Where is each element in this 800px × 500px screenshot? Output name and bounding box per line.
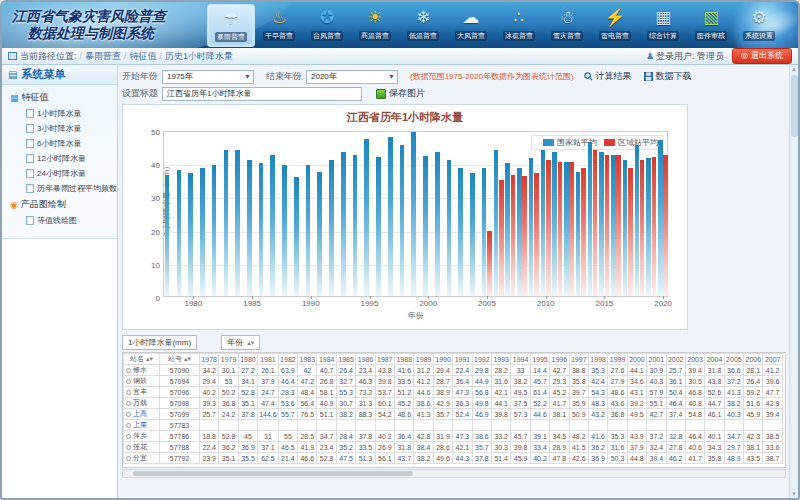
year-column-header[interactable]: 2005	[724, 354, 743, 365]
row-radio[interactable]	[126, 456, 131, 461]
year-column-header[interactable]: 1993	[492, 354, 511, 365]
table-row[interactable]: 分宜5779223.935.135.562.521.446.652.847.55…	[124, 453, 783, 464]
sidebar-item[interactable]: 等值线绘图	[8, 213, 117, 228]
toolbar-item-system-settings[interactable]: ⚙系统设置	[735, 4, 783, 47]
toolbar-item-wind-survey[interactable]: ☁大风普查	[447, 4, 495, 47]
sidebar-item[interactable]: 1小时降水量	[8, 106, 117, 121]
sidebar-item[interactable]: 12小时降水量	[8, 151, 117, 166]
vscroll-thumb[interactable]	[791, 75, 798, 137]
calculate-button[interactable]: 计算结果	[584, 70, 632, 83]
year-column-header[interactable]: 1985	[336, 354, 355, 365]
table-row[interactable]: 万载5709839.336.835.147.453.656.440.930.73…	[124, 398, 783, 409]
power-icon: ◎	[741, 51, 748, 60]
table-row[interactable]: 修水5709034.230.127.226.163.94240.726.423.…	[124, 365, 783, 376]
toolbar-item-composite-calc[interactable]: ▦综合计算	[639, 4, 687, 47]
year-column-header[interactable]: 1996	[550, 354, 569, 365]
year-column-header[interactable]: 1994	[511, 354, 530, 365]
chart-title-input[interactable]: 江西省历年1小时降水量	[162, 87, 362, 101]
year-column-header[interactable]: 2003	[685, 354, 704, 365]
year-column-header[interactable]: 2006	[744, 354, 763, 365]
year-column-header[interactable]: 1979	[219, 354, 238, 365]
year-column-header[interactable]: 2000	[627, 354, 646, 365]
toolbar-item-typhoon-survey[interactable]: ✪台风普查	[303, 4, 351, 47]
horizontal-scrollbar[interactable]	[122, 469, 786, 478]
sidebar-item[interactable]: 6小时降水量	[8, 136, 117, 151]
table-row[interactable]: 上高5709925.724.237.8144.655.776.551.138.2…	[124, 409, 783, 420]
year-column-header[interactable]: 2004	[705, 354, 724, 365]
year-column-header[interactable]: 1991	[453, 354, 472, 365]
year-column-header[interactable]: 1981	[258, 354, 279, 365]
sidebar-item[interactable]: 3小时降水量	[8, 121, 117, 136]
toolbar-item-drought-survey[interactable]: ♨干旱普查	[255, 4, 303, 47]
year-column-header[interactable]: 1978	[200, 354, 219, 365]
year-column-header[interactable]: 1995	[530, 354, 549, 365]
toolbar-item-rainstorm-survey[interactable]: ☂暴雨普查	[207, 4, 255, 47]
breadcrumb-item[interactable]: 历史1小时降水量	[165, 51, 233, 61]
sidebar-item[interactable]: 24小时降水量	[8, 166, 117, 181]
row-radio[interactable]	[126, 379, 131, 384]
breadcrumb-item[interactable]: 暴雨普查	[85, 51, 121, 61]
table-row[interactable]: 萍乡5778618.852.845315528.534.728.437.840.…	[124, 431, 783, 442]
data-table-section: 1小时降水量(mm) 年份 ▴▾ 站名▴▾站号▴▾197819791980198…	[122, 335, 787, 478]
download-button[interactable]: 数据下载	[644, 70, 692, 83]
year-column-header[interactable]: 1997	[569, 354, 588, 365]
year-column-header[interactable]: 1990	[433, 354, 452, 365]
table-row[interactable]: 莲花5778822.436.236.937.146.541.923.435.23…	[124, 442, 783, 453]
year-column-header[interactable]: 1987	[375, 354, 394, 365]
save-image-button[interactable]: 保存图片	[376, 87, 425, 100]
value-cell: 46.2	[666, 453, 685, 464]
table-row[interactable]: 上栗57783	[124, 420, 783, 431]
table-row[interactable]: 宜丰5709640.250.252.824.728.348.458.155.37…	[124, 387, 783, 398]
row-radio[interactable]	[126, 368, 131, 373]
value-cell: 26.8	[317, 376, 336, 387]
row-radio[interactable]	[126, 412, 131, 417]
sidebar-group-0[interactable]: ▦特征值	[8, 89, 117, 106]
station-table-wrapper[interactable]: 站名▴▾站号▴▾19781979198019811982198319841985…	[122, 352, 786, 468]
toolbar-item-label: 干旱普查	[263, 31, 295, 41]
hscroll-thumb[interactable]	[133, 471, 413, 476]
toolbar-item-map-review[interactable]: ▧图件审核	[687, 4, 735, 47]
year-column-header[interactable]: 2002	[666, 354, 685, 365]
toolbar-item-hail-survey[interactable]: ∴冰雹普查	[495, 4, 543, 47]
year-column-header[interactable]: 2001	[647, 354, 666, 365]
row-radio[interactable]	[126, 434, 131, 439]
value-cell: 31	[258, 431, 279, 442]
toolbar-item-low-temp-survey[interactable]: ❄低温普查	[399, 4, 447, 47]
year-column-header[interactable]: 1989	[414, 354, 433, 365]
breadcrumb: /暴雨普查/特征值/历史1小时降水量	[77, 50, 234, 63]
year-column-header[interactable]: 1984	[317, 354, 336, 365]
row-radio[interactable]	[126, 423, 131, 428]
value-cell	[258, 420, 279, 431]
breadcrumb-item[interactable]: 特征值	[130, 51, 157, 61]
scroll-up-arrow[interactable]: ▲	[790, 66, 798, 72]
year-column-header[interactable]: 1980	[238, 354, 257, 365]
year-column-header[interactable]: 2007	[763, 354, 782, 365]
station-name-header[interactable]: 站名▴▾	[124, 354, 160, 365]
row-radio[interactable]	[126, 401, 131, 406]
value-cell	[550, 420, 569, 431]
year-column-header[interactable]: 1998	[588, 354, 607, 365]
scroll-down-arrow[interactable]: ▼	[790, 491, 798, 497]
sidebar-group-1[interactable]: ◉产品图绘制	[8, 196, 117, 213]
table-row[interactable]: 铜鼓5709429.45334.137.946.447.226.832.746.…	[124, 376, 783, 387]
station-id-header[interactable]: 站号▴▾	[160, 354, 200, 365]
year-column-header[interactable]: 1986	[356, 354, 375, 365]
toolbar-item-high-temp-survey[interactable]: ☀高温普查	[351, 4, 399, 47]
row-radio[interactable]	[126, 445, 131, 450]
x-tick-label: 2010	[537, 299, 555, 308]
value-cell: 38.2	[414, 453, 433, 464]
vertical-scrollbar[interactable]: ▲ ▼	[789, 65, 798, 498]
year-column-header[interactable]: 1988	[395, 354, 414, 365]
year-column-header[interactable]: 1982	[278, 354, 297, 365]
row-radio[interactable]	[126, 390, 131, 395]
toolbar-item-lightning-survey[interactable]: ⚡雷电普查	[591, 4, 639, 47]
year-column-header[interactable]: 1992	[472, 354, 491, 365]
year-column-header[interactable]: 1999	[608, 354, 627, 365]
sidebar-item[interactable]: 历年暴雨过程平均频数	[8, 181, 117, 196]
year-column-header[interactable]: 1983	[298, 354, 317, 365]
start-year-select[interactable]: 1975年 ▼	[162, 70, 254, 84]
toolbar-item-snow-survey[interactable]: ☃雪灾普查	[543, 4, 591, 47]
logout-button[interactable]: ◎ 退出系统	[732, 48, 792, 64]
year-sort-header[interactable]: 年份 ▴▾	[221, 335, 260, 350]
end-year-select[interactable]: 2020年 ▼	[306, 70, 398, 84]
